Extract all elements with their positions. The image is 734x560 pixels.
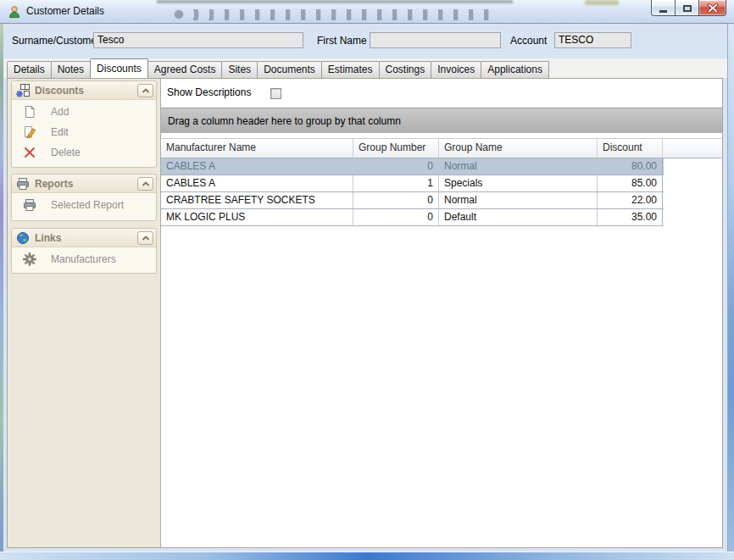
column-header-filler [663, 139, 722, 158]
titlebar[interactable]: Customer Details [0, 0, 734, 24]
table-header-row: Manufacturer NameGroup NumberGroup NameD… [161, 138, 722, 158]
show-descriptions-checkbox[interactable] [270, 88, 281, 99]
tab-label: Agreed Costs [154, 64, 216, 75]
first-name-input[interactable] [370, 32, 501, 48]
sidebar-panel-header[interactable]: Reports [12, 175, 156, 193]
chevron-up-icon [141, 180, 151, 188]
sidebar-panel-header[interactable]: Links [12, 229, 156, 247]
tab-label: Documents [264, 64, 315, 75]
cell-discount[interactable]: 80.00 [598, 158, 663, 175]
tab-notes[interactable]: Notes [51, 61, 91, 78]
printer-icon [16, 177, 30, 191]
tab-label: Applications [487, 64, 542, 75]
sidebar-action-manufacturers[interactable]: Manufacturers [12, 249, 156, 269]
panel-title: Reports [35, 178, 137, 190]
minimize-icon [659, 10, 667, 13]
maximize-icon [683, 5, 692, 12]
sidebar-panel-header[interactable]: Discounts [12, 81, 156, 100]
cell-discount[interactable]: 85.00 [598, 175, 663, 191]
collapse-button[interactable] [137, 231, 153, 245]
collapse-button[interactable] [137, 84, 153, 97]
cell-group-name[interactable]: Specials [439, 175, 598, 191]
window-border-bottom [0, 552, 734, 560]
group-by-drop-zone[interactable]: Drag a column header here to group by th… [161, 108, 722, 133]
table-row[interactable]: CABLES A1Specials85.00 [161, 175, 664, 192]
cell-manufacturer-name[interactable]: CABLES A [161, 158, 353, 175]
tab-label: Invoices [437, 64, 475, 75]
cell-manufacturer-name[interactable]: MK LOGIC PLUS [161, 209, 353, 225]
tab-costings[interactable]: Costings [379, 61, 432, 78]
cell-discount[interactable]: 22.00 [598, 192, 663, 208]
table-row[interactable]: CRABTREE SAFETY SOCKETS0Normal22.00 [161, 192, 664, 209]
discount-percent-icon [16, 84, 30, 97]
cell-group-name[interactable]: Normal [439, 158, 598, 175]
panel-items: Add Edit Delete [12, 100, 156, 163]
surname-customer-input[interactable]: Tesco [93, 32, 303, 48]
edit-pencil-icon [23, 125, 36, 139]
first-name-label: First Name [317, 34, 367, 47]
sidebar-action-edit[interactable]: Edit [12, 122, 156, 142]
desktop-showthrough [585, 0, 619, 5]
item-label: Manufacturers [51, 253, 116, 265]
item-label: Selected Report [51, 199, 124, 211]
chevron-up-icon [141, 86, 151, 95]
window-title: Customer Details [26, 0, 104, 23]
cell-group-number[interactable]: 0 [353, 158, 439, 175]
sidebar-action-delete[interactable]: Delete [12, 142, 156, 163]
item-label: Edit [51, 126, 69, 138]
panel-items: Manufacturers [12, 247, 156, 269]
cell-manufacturer-name[interactable]: CABLES A [161, 175, 353, 191]
sidebar-panel-discounts: Discounts Add Edit Delete [11, 80, 157, 168]
table-row[interactable]: MK LOGIC PLUS0Default35.00 [161, 209, 664, 226]
globe-icon [16, 231, 30, 245]
tab-label: Sites [228, 64, 251, 75]
tab-details[interactable]: Details [7, 61, 52, 78]
tab-sites[interactable]: Sites [221, 61, 258, 78]
discounts-tab-page: Discounts Add Edit Delete Reports [7, 78, 723, 548]
printer-icon [23, 198, 36, 212]
sidebar-action-add[interactable]: Add [12, 102, 156, 122]
panel-title: Links [35, 232, 137, 244]
tab-discounts[interactable]: Discounts [90, 58, 148, 78]
cell-group-name[interactable]: Normal [439, 192, 598, 208]
sidebar-panel-reports: Reports Selected Report [11, 174, 157, 221]
sidebar-action-selected-report[interactable]: Selected Report [12, 195, 156, 215]
account-input[interactable]: TESCO [554, 32, 631, 48]
group-by-hint-text: Drag a column header here to group by th… [168, 115, 401, 127]
tab-strip-background: DetailsNotesDiscountsAgreed CostsSitesDo… [3, 58, 727, 78]
column-header-group-number[interactable]: Group Number [353, 139, 439, 158]
cell-manufacturer-name[interactable]: CRABTREE SAFETY SOCKETS [161, 192, 353, 208]
panel-title: Discounts [35, 85, 137, 97]
cell-group-number[interactable]: 0 [353, 209, 439, 225]
tab-estimates[interactable]: Estimates [321, 61, 380, 78]
gear-icon [23, 252, 36, 266]
cell-group-name[interactable]: Default [439, 209, 598, 225]
column-header-manufacturer-name[interactable]: Manufacturer Name [161, 139, 353, 158]
cell-group-number[interactable]: 0 [353, 192, 439, 208]
table-body: CABLES A0Normal80.00CABLES A1Specials85.… [161, 158, 664, 226]
desktop: { "window": { "title": "Customer Details… [0, 0, 734, 560]
window-border-right [727, 24, 734, 552]
column-header-discount[interactable]: Discount [598, 139, 663, 158]
glass-smudges [171, 9, 493, 20]
cell-discount[interactable]: 35.00 [598, 209, 663, 225]
tab-agreed-costs[interactable]: Agreed Costs [147, 61, 223, 78]
tab-invoices[interactable]: Invoices [431, 61, 481, 78]
tab-documents[interactable]: Documents [257, 61, 322, 78]
discounts-grid-panel: Show Descriptions Drag a column header h… [160, 79, 722, 547]
minimize-button[interactable] [651, 0, 676, 16]
maximize-button[interactable] [675, 0, 699, 16]
tab-applications[interactable]: Applications [481, 61, 549, 78]
close-button[interactable] [698, 0, 726, 16]
panel-items: Selected Report [12, 193, 156, 215]
tab-label: Discounts [97, 63, 142, 75]
column-header-group-name[interactable]: Group Name [439, 139, 598, 158]
tab-label: Notes [58, 64, 84, 75]
tab-strip: DetailsNotesDiscountsAgreed CostsSitesDo… [7, 58, 548, 78]
collapse-button[interactable] [137, 177, 153, 191]
close-icon [707, 3, 719, 13]
cell-group-number[interactable]: 1 [353, 175, 439, 191]
delete-x-icon [23, 146, 36, 159]
show-descriptions-label: Show Descriptions [167, 86, 251, 98]
table-row[interactable]: CABLES A0Normal80.00 [161, 158, 664, 175]
